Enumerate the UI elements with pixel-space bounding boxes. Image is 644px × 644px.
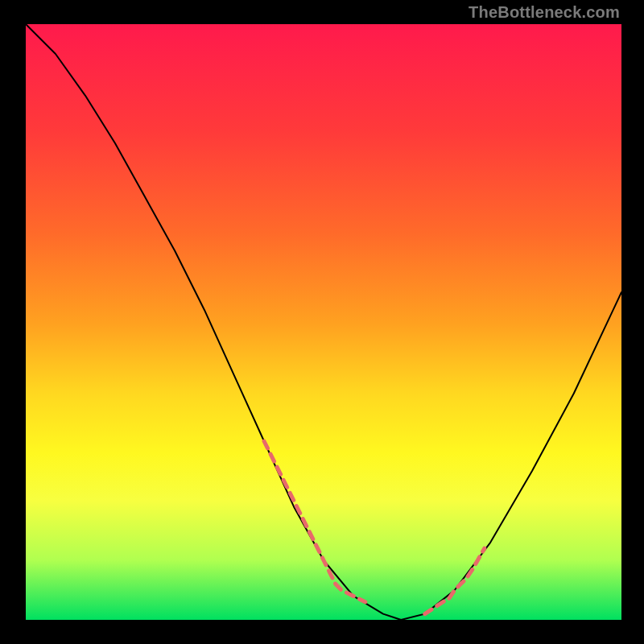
watermark-text: TheBottleneck.com [469, 3, 620, 22]
bottleneck-curve [26, 24, 621, 620]
curve-layer [26, 24, 621, 620]
chart-container: TheBottleneck.com [0, 0, 644, 644]
highlight-left-segment [264, 441, 365, 602]
highlight-right-segment [425, 548, 485, 613]
plot-area [26, 24, 621, 620]
